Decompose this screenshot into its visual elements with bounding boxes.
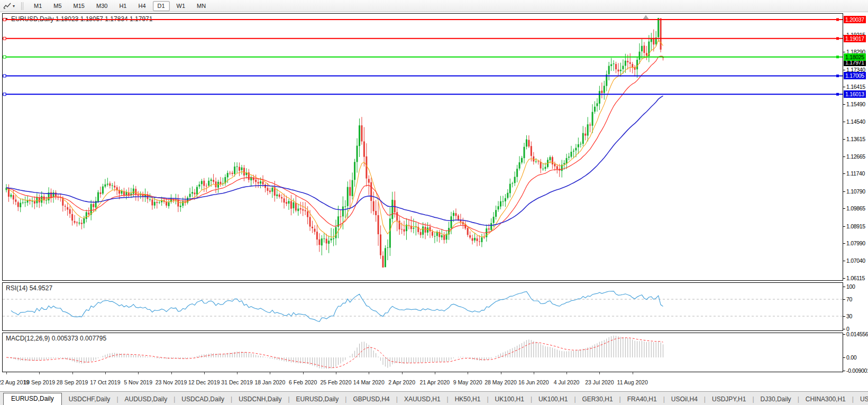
price-axis-tickmark [843, 52, 845, 52]
tab-uk100-h1[interactable]: UK100,H1 [489, 394, 530, 405]
date-axis-tickmark [303, 372, 304, 374]
timeframe-w1[interactable]: W1 [172, 1, 190, 11]
chart-tab-list: EURUSD,DailyUSDCHF,Daily|AUDUSD,Daily|US… [0, 392, 868, 405]
price-axis-tick: 1.13615 [846, 136, 865, 142]
chart-tab-bar: EURUSD,DailyUSDCHF,Daily|AUDUSD,Daily|US… [0, 391, 868, 405]
price-axis-tick: 1.07040 [846, 257, 865, 264]
macd-label: MACD(12,26,9) 0.005373 0.007795 [6, 335, 106, 342]
price-axis-tickmark [843, 122, 845, 122]
date-axis-tickmark [534, 372, 534, 374]
macd-axis-tickmark [843, 357, 845, 358]
timeframe-m1[interactable]: M1 [29, 1, 47, 11]
timeframe-h4[interactable]: H4 [133, 1, 150, 11]
macd-axis-tick: 0.014556 [846, 331, 868, 337]
date-axis-tickmark [567, 372, 567, 374]
rsi-panel[interactable]: RSI(14) 54.9527 [2, 282, 843, 331]
rsi-label: RSI(14) 54.9527 [6, 284, 52, 292]
tab-xauusd-h1[interactable]: XAUUSD,H1 [398, 394, 446, 405]
price-axis-tickmark [843, 208, 845, 209]
price-level-badge: 1.20037 [844, 16, 866, 23]
rsi-axis-tickmark [843, 287, 845, 287]
toolbar: ▾ M1M5M15M30H1H4D1W1MN [0, 0, 868, 12]
price-level-badge: 1.16013 [844, 90, 866, 98]
price-axis-tick: 1.11740 [846, 170, 865, 177]
date-axis-tickmark [633, 372, 633, 374]
price-level-badge: 1.17005 [844, 72, 866, 79]
date-axis-tickmark [501, 372, 501, 374]
tab-ger30-h1[interactable]: GER30,H1 [577, 394, 619, 405]
date-axis[interactable]: 22 Aug 201910 Sep 201928 Sep 201917 Oct … [0, 372, 868, 391]
rsi-axis-tick: 100 [846, 283, 855, 290]
macd-axis-tickmark [843, 334, 845, 335]
price-axis-tick: 1.08915 [846, 223, 865, 229]
rsi-chart [3, 283, 843, 330]
timeframe-m15[interactable]: M15 [69, 1, 89, 11]
chart-tools-icon [3, 2, 12, 10]
timeframe-m5[interactable]: M5 [49, 1, 66, 11]
price-axis-tickmark [843, 278, 845, 279]
timeframe-d1[interactable]: D1 [153, 1, 170, 11]
macd-axis-tick: -0.009001 [846, 367, 868, 374]
tab-usdcad-daily[interactable]: USDCAD,Daily [176, 394, 230, 405]
macd-panel[interactable]: MACD(12,26,9) 0.005373 0.007795 [2, 333, 843, 372]
date-axis-tickmark [402, 372, 403, 374]
price-axis-tick: 1.06115 [846, 275, 865, 281]
candlestick-chart [3, 14, 843, 280]
date-axis-tickmark [39, 372, 40, 374]
date-axis-tickmark [369, 372, 369, 374]
price-level-badge: 1.18025 [844, 53, 866, 61]
price-axis-tick: 1.07990 [846, 240, 865, 246]
price-axis-tickmark [843, 173, 845, 174]
date-axis-tickmark [270, 372, 270, 374]
price-axis-tickmark [843, 87, 845, 87]
price-axis-tickmark [843, 226, 845, 227]
price-axis-tick: 1.12665 [846, 153, 865, 160]
price-axis-tick: 1.15490 [846, 101, 865, 107]
price-axis-tick: 1.10790 [846, 188, 865, 195]
macd-axis-tickmark [843, 371, 845, 371]
tab-usoil-h4[interactable]: USOil,H4 [665, 394, 703, 405]
tab-usoil-h1[interactable]: USOil,H1 [854, 394, 868, 405]
price-axis-tick: 1.09865 [846, 205, 865, 211]
timeframe-h1[interactable]: H1 [114, 1, 131, 11]
date-axis-tickmark [138, 372, 139, 374]
date-axis-tickmark [204, 372, 205, 374]
timeframe-mn[interactable]: MN [192, 1, 211, 11]
tab-uk100-h1[interactable]: UK100,H1 [533, 394, 573, 405]
rsi-axis-tickmark [843, 299, 845, 300]
price-axis-tickmark [843, 70, 845, 70]
macd-axis-tick: 0.00 [846, 354, 856, 361]
tab-dj30-daily[interactable]: DJ30,Daily [755, 394, 797, 405]
timeframe-m30[interactable]: M30 [92, 1, 112, 11]
tab-audusd-daily[interactable]: AUDUSD,Daily [119, 394, 173, 405]
tab-hk50-h1[interactable]: HK50,H1 [449, 394, 487, 405]
dropdown-caret-icon[interactable]: ▾ [13, 4, 15, 8]
tab-usdcnh-daily[interactable]: USDCNH,Daily [233, 394, 287, 405]
tab-eurusd-daily-active[interactable]: EURUSD,Daily [3, 393, 62, 405]
price-axis-tickmark [843, 261, 845, 261]
toolbar-grip[interactable] [21, 2, 24, 10]
price-axis-tickmark [843, 104, 845, 105]
timeframe-toolbar: M1M5M15M30H1H4D1W1MN [28, 1, 212, 11]
macd-chart [3, 333, 843, 372]
rsi-axis-tickmark [843, 329, 845, 329]
chart-tools-button[interactable]: ▾ [2, 2, 16, 10]
date-axis-tickmark [72, 372, 73, 374]
rsi-axis-tickmark [843, 316, 845, 317]
date-axis-tickmark [435, 372, 435, 374]
price-axis-tick: 1.14540 [846, 118, 865, 125]
tab-eurusd-daily[interactable]: EURUSD,Daily [290, 394, 345, 405]
rsi-axis-tick: 70 [846, 296, 852, 302]
tab-gbpusd-h4[interactable]: GBPUSD,H4 [347, 394, 395, 405]
price-axis-tickmark [843, 139, 845, 140]
date-axis-tickmark [336, 372, 336, 374]
price-axis-tick: 1.16415 [846, 84, 865, 90]
tab-usdchf-daily[interactable]: USDCHF,Daily [63, 394, 116, 405]
tab-usdjpy-h1[interactable]: USDJPY,H1 [706, 394, 752, 405]
tab-china300-h1[interactable]: CHINA300,H1 [800, 394, 852, 405]
tab-fra40-h1[interactable]: FRA40,H1 [622, 394, 663, 405]
price-chart-panel[interactable] [2, 13, 843, 281]
date-axis-tickmark [6, 372, 7, 374]
price-axis-tickmark [843, 243, 845, 244]
price-axis-tickmark [843, 191, 845, 192]
